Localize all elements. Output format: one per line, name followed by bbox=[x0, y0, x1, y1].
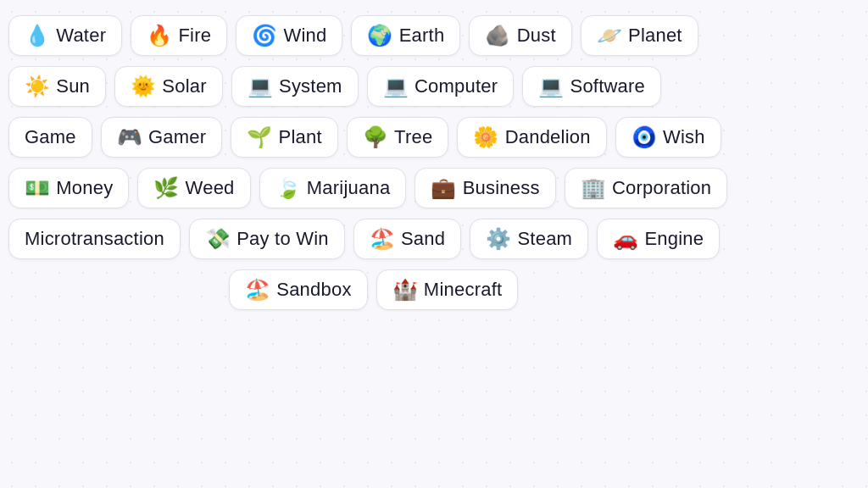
tree-icon: 🌳 bbox=[363, 127, 388, 147]
steam-icon: ⚙️ bbox=[486, 229, 511, 249]
sun-icon: ☀️ bbox=[25, 76, 50, 97]
chip-minecraft[interactable]: 🏰Minecraft bbox=[376, 269, 519, 310]
system-icon: 💻 bbox=[248, 76, 273, 97]
gamer-label: Gamer bbox=[148, 126, 206, 148]
row-3: Game🎮Gamer🌱Plant🌳Tree🌼Dandelion🧿Wish bbox=[8, 117, 860, 158]
pay-to-win-label: Pay to Win bbox=[236, 228, 329, 250]
fire-icon: 🔥 bbox=[147, 25, 172, 46]
chip-pay-to-win[interactable]: 💸Pay to Win bbox=[189, 219, 345, 259]
game-label: Game bbox=[25, 126, 76, 148]
chip-planet[interactable]: 🪐Planet bbox=[581, 15, 698, 56]
computer-icon: 💻 bbox=[383, 76, 409, 97]
chip-computer[interactable]: 💻Computer bbox=[367, 66, 515, 107]
chip-water[interactable]: 💧Water bbox=[8, 15, 122, 56]
chip-microtransaction[interactable]: Microtransaction bbox=[8, 219, 181, 259]
chip-marijuana[interactable]: 🍃Marijuana bbox=[259, 168, 407, 208]
sand-icon: 🏖️ bbox=[370, 229, 395, 249]
earth-label: Earth bbox=[399, 25, 445, 47]
water-icon: 💧 bbox=[25, 25, 50, 46]
chip-money[interactable]: 💵Money bbox=[8, 168, 129, 208]
chip-sand[interactable]: 🏖️Sand bbox=[353, 219, 462, 259]
chip-engine[interactable]: 🚗Engine bbox=[597, 219, 720, 259]
planet-icon: 🪐 bbox=[597, 25, 622, 46]
chip-dust[interactable]: 🪨Dust bbox=[469, 15, 571, 56]
chip-fire[interactable]: 🔥Fire bbox=[131, 15, 227, 56]
computer-label: Computer bbox=[415, 75, 498, 97]
plant-label: Plant bbox=[279, 126, 322, 148]
plant-icon: 🌱 bbox=[247, 127, 272, 147]
row-6: 🏖️Sandbox🏰Minecraft bbox=[8, 269, 860, 310]
engine-icon: 🚗 bbox=[613, 229, 638, 249]
wish-icon: 🧿 bbox=[632, 127, 657, 147]
business-label: Business bbox=[463, 177, 540, 199]
marijuana-label: Marijuana bbox=[307, 177, 391, 199]
row-1: 💧Water🔥Fire🌀Wind🌍Earth🪨Dust🪐Planet bbox=[8, 15, 860, 56]
sun-label: Sun bbox=[56, 75, 90, 97]
dandelion-label: Dandelion bbox=[505, 126, 591, 148]
solar-icon: 🌞 bbox=[131, 76, 156, 97]
sand-label: Sand bbox=[401, 228, 445, 250]
chip-solar[interactable]: 🌞Solar bbox=[114, 66, 223, 107]
wind-icon: 🌀 bbox=[252, 25, 277, 46]
steam-label: Steam bbox=[517, 228, 572, 250]
row-5: Microtransaction💸Pay to Win🏖️Sand⚙️Steam… bbox=[8, 219, 860, 259]
chip-grid: 💧Water🔥Fire🌀Wind🌍Earth🪨Dust🪐Planet☀️Sun🌞… bbox=[0, 0, 868, 319]
corporation-icon: 🏢 bbox=[581, 178, 606, 198]
chip-gamer[interactable]: 🎮Gamer bbox=[101, 117, 223, 158]
chip-wind[interactable]: 🌀Wind bbox=[236, 15, 342, 56]
pay-to-win-icon: 💸 bbox=[205, 229, 231, 249]
planet-label: Planet bbox=[628, 25, 682, 47]
chip-dandelion[interactable]: 🌼Dandelion bbox=[457, 117, 606, 158]
minecraft-label: Minecraft bbox=[424, 279, 502, 301]
chip-system[interactable]: 💻System bbox=[231, 66, 359, 107]
minecraft-icon: 🏰 bbox=[392, 280, 418, 300]
chip-wish[interactable]: 🧿Wish bbox=[615, 117, 721, 158]
wish-label: Wish bbox=[663, 126, 705, 148]
water-label: Water bbox=[56, 25, 106, 47]
tree-label: Tree bbox=[394, 126, 432, 148]
dust-label: Dust bbox=[517, 25, 556, 47]
chip-earth[interactable]: 🌍Earth bbox=[351, 15, 460, 56]
chip-tree[interactable]: 🌳Tree bbox=[347, 117, 449, 158]
dandelion-icon: 🌼 bbox=[473, 127, 498, 147]
wind-label: Wind bbox=[283, 25, 326, 47]
software-icon: 💻 bbox=[538, 76, 564, 97]
earth-icon: 🌍 bbox=[367, 25, 392, 46]
chip-sun[interactable]: ☀️Sun bbox=[8, 66, 106, 107]
chip-steam[interactable]: ⚙️Steam bbox=[470, 219, 588, 259]
chip-corporation[interactable]: 🏢Corporation bbox=[565, 168, 728, 208]
chip-sandbox[interactable]: 🏖️Sandbox bbox=[229, 269, 368, 310]
marijuana-icon: 🍃 bbox=[275, 178, 301, 198]
money-icon: 💵 bbox=[25, 178, 50, 198]
system-label: System bbox=[279, 75, 342, 97]
chip-business[interactable]: 💼Business bbox=[415, 168, 555, 208]
gamer-icon: 🎮 bbox=[117, 127, 142, 147]
money-label: Money bbox=[56, 177, 113, 199]
engine-label: Engine bbox=[644, 228, 704, 250]
fire-label: Fire bbox=[178, 25, 211, 47]
weed-icon: 🌿 bbox=[153, 178, 179, 198]
row-4: 💵Money🌿Weed🍃Marijuana💼Business🏢Corporati… bbox=[8, 168, 860, 208]
chip-software[interactable]: 💻Software bbox=[522, 66, 661, 107]
microtransaction-label: Microtransaction bbox=[25, 228, 164, 250]
chip-weed[interactable]: 🌿Weed bbox=[137, 168, 250, 208]
row-2: ☀️Sun🌞Solar💻System💻Computer💻Software bbox=[8, 66, 860, 107]
dust-icon: 🪨 bbox=[485, 25, 510, 46]
corporation-label: Corporation bbox=[612, 177, 711, 199]
sandbox-label: Sandbox bbox=[276, 279, 351, 301]
solar-label: Solar bbox=[162, 75, 206, 97]
chip-game[interactable]: Game bbox=[8, 117, 92, 158]
business-icon: 💼 bbox=[431, 178, 456, 198]
weed-label: Weed bbox=[186, 177, 235, 199]
chip-plant[interactable]: 🌱Plant bbox=[231, 117, 337, 158]
sandbox-icon: 🏖️ bbox=[245, 280, 270, 300]
software-label: Software bbox=[570, 75, 645, 97]
